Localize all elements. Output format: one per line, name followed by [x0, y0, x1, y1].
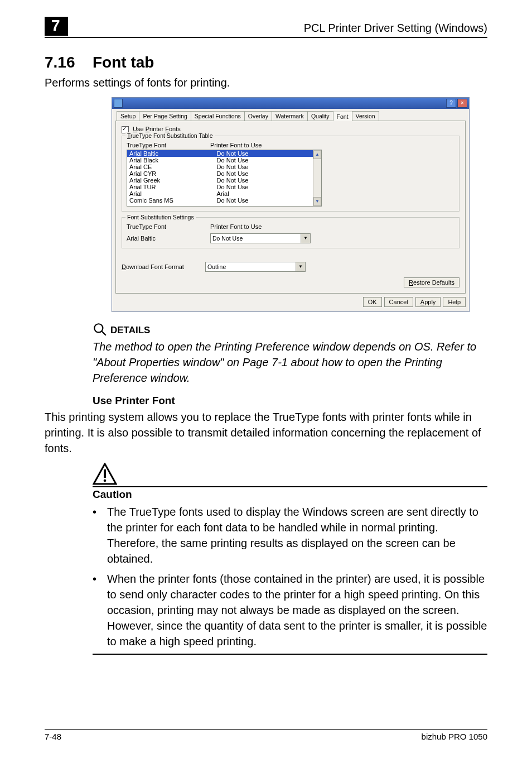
use-printer-font-heading: Use Printer Font — [93, 395, 487, 407]
dialog-titlebar: ? × — [112, 98, 469, 109]
restore-defaults-button[interactable]: Restore Defaults — [404, 277, 460, 287]
footer-page-number: 7-48 — [45, 732, 61, 741]
list-item[interactable]: Arial CYR Do Not Use — [127, 170, 313, 177]
tab-overlay[interactable]: Overlay — [244, 111, 272, 121]
help-button[interactable]: Help — [443, 297, 466, 307]
font-substitution-settings-group: Font Substitution Settings TrueType Font… — [122, 217, 460, 248]
download-font-format-label: Download Font Format — [122, 263, 205, 270]
use-printer-font-paragraph: This printing system allows you to repla… — [45, 409, 487, 456]
scroll-down-icon[interactable]: ▼ — [313, 197, 321, 206]
help-icon[interactable]: ? — [446, 99, 456, 108]
list-item[interactable]: Arial CE Do Not Use — [127, 164, 313, 170]
col-printer-font-to-use: Printer Font to Use — [210, 142, 305, 148]
fs-printer-font-select[interactable]: Do Not Use ▼ — [210, 233, 311, 243]
caution-bullets: • The TrueType fonts used to display the… — [93, 504, 487, 649]
details-body: The method to open the Printing Preferen… — [93, 339, 487, 386]
printer-driver-dialog: ? × Setup Per Page Setting Special Funct… — [112, 97, 470, 312]
caution-bullet: • The TrueType fonts used to display the… — [93, 504, 487, 567]
magnifier-icon — [93, 322, 107, 337]
svg-point-4 — [104, 479, 107, 482]
details-label: DETAILS — [110, 322, 150, 336]
fs-truetype-font-label: TrueType Font — [127, 223, 210, 230]
list-item[interactable]: Arial Baltic Do Not Use — [127, 150, 313, 157]
section-number: 7.16 — [45, 54, 93, 71]
list-item[interactable]: Arial Greek Do Not Use — [127, 177, 313, 184]
scroll-up-icon[interactable]: ▲ — [313, 150, 321, 159]
col-truetype-font: TrueType Font — [127, 142, 210, 148]
caution-bullet: • When the printer fonts (those containe… — [93, 571, 487, 649]
listbox-scrollbar[interactable]: ▲ ▼ — [313, 150, 321, 206]
svg-point-0 — [94, 324, 103, 332]
download-font-format-select[interactable]: Outline ▼ — [205, 262, 306, 272]
header-rule — [45, 37, 487, 38]
caution-rule-top — [93, 486, 487, 487]
tab-quality[interactable]: Quality — [307, 111, 333, 121]
footer-product-name: bizhub PRO 1050 — [422, 732, 487, 741]
tab-setup[interactable]: Setup — [117, 111, 139, 121]
list-item[interactable]: Arial Arial — [127, 190, 313, 197]
tab-version[interactable]: Version — [352, 111, 379, 121]
font-tab-panel: Use Printer Fonts TrueType Font Substitu… — [115, 121, 466, 294]
dialog-app-icon — [114, 99, 123, 108]
cancel-button[interactable]: Cancel — [384, 297, 413, 307]
apply-button[interactable]: Apply — [415, 297, 441, 307]
warning-triangle-icon — [93, 463, 117, 485]
footer-rule — [45, 729, 487, 730]
tab-watermark[interactable]: Watermark — [272, 111, 308, 121]
close-icon[interactable]: × — [457, 99, 467, 108]
list-item[interactable]: Arial TUR Do Not Use — [127, 184, 313, 190]
caution-label: Caution — [93, 488, 487, 501]
truetype-substitution-group: TrueType Font Substitution Table TrueTyp… — [122, 136, 460, 212]
substitution-listbox[interactable]: Arial Baltic Do Not Use Arial Black Do N… — [127, 150, 322, 207]
section-intro: Performs settings of fonts for printing. — [45, 75, 487, 90]
list-item[interactable]: Comic Sans MS Do Not Use — [127, 197, 313, 204]
use-printer-fonts-label: Use Printer Fonts — [133, 126, 181, 132]
fs-truetype-font-value: Arial Baltic — [127, 235, 210, 242]
fs-printer-font-label: Printer Font to Use — [210, 223, 305, 230]
tab-font[interactable]: Font — [333, 112, 352, 121]
dialog-tabstrip: Setup Per Page Setting Special Functions… — [115, 111, 466, 121]
ok-button[interactable]: OK — [363, 297, 382, 307]
list-item[interactable]: Arial Black Do Not Use — [127, 157, 313, 164]
svg-line-1 — [101, 331, 106, 335]
substitution-group-legend: TrueType Font Substitution Table — [125, 132, 215, 139]
chevron-down-icon[interactable]: ▼ — [296, 262, 305, 271]
tab-special-functions[interactable]: Special Functions — [191, 111, 245, 121]
fs-settings-legend: Font Substitution Settings — [125, 214, 196, 220]
caution-rule-bottom — [93, 654, 487, 655]
header-title-right: PCL Printer Driver Setting (Windows) — [304, 22, 487, 36]
chevron-down-icon[interactable]: ▼ — [301, 234, 310, 243]
chapter-badge: 7 — [45, 17, 68, 36]
section-title: Font tab — [93, 54, 154, 71]
tab-per-page-setting[interactable]: Per Page Setting — [139, 111, 191, 121]
